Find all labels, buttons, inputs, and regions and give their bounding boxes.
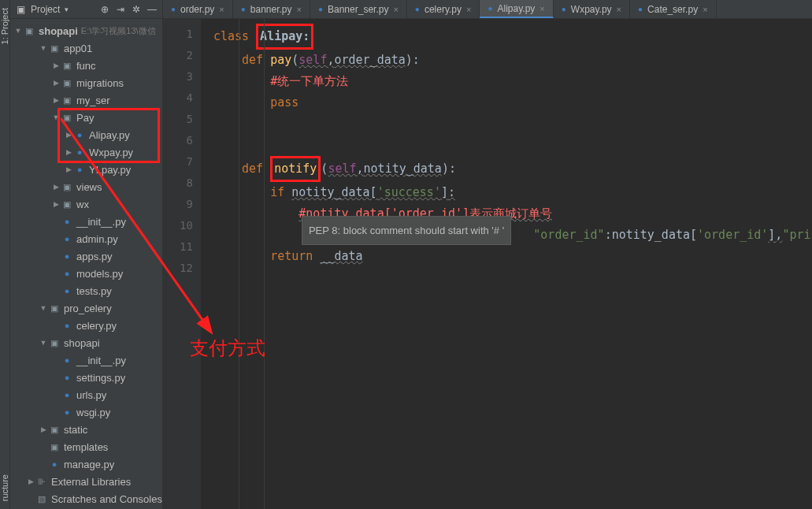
target-icon[interactable]: ⊕ <box>99 4 110 15</box>
python-file-icon: ● <box>48 458 61 470</box>
folder-icon: ▣ <box>48 42 61 54</box>
dropdown-icon[interactable]: ▾ <box>65 6 69 13</box>
python-file-icon: ● <box>61 250 73 262</box>
tree-item[interactable]: ▼▣Pay <box>10 109 162 126</box>
code-content[interactable]: class Alipay: def pay(self,order_data): … <box>201 19 812 509</box>
close-icon[interactable]: × <box>539 4 544 13</box>
close-icon[interactable]: × <box>393 5 398 14</box>
editor-area: ●order.py×●banner.py×●Banner_ser.py×●cel… <box>163 0 812 509</box>
tree-item[interactable]: ●urls.py <box>10 386 162 403</box>
python-file-icon: ● <box>61 406 73 418</box>
tree-item[interactable]: ●wsgi.py <box>10 403 162 421</box>
folder-icon: ▣ <box>61 198 73 210</box>
tree-item[interactable]: ▶▣views <box>10 178 162 195</box>
tree-item[interactable]: ▼▣shopapi <box>10 334 162 351</box>
tree-item[interactable]: ▶▣func <box>10 57 162 74</box>
tree-item[interactable]: ●manage.py <box>10 455 162 473</box>
editor-tab[interactable]: ●Alipay.py× <box>480 0 553 18</box>
sidebar-title: Project <box>31 4 60 15</box>
tree-item[interactable]: ▶▣static <box>10 421 162 438</box>
python-file-icon: ● <box>488 4 492 13</box>
tree-item[interactable]: ●celery.py <box>10 317 162 334</box>
python-file-icon: ● <box>61 215 73 228</box>
project-tool-tab[interactable]: 1: Project <box>0 8 9 44</box>
python-file-icon: ● <box>415 5 420 13</box>
editor-tabs[interactable]: ●order.py×●banner.py×●Banner_ser.py×●cel… <box>163 0 812 19</box>
tree-item[interactable]: ▶▣migrations <box>10 74 162 91</box>
python-file-icon: ● <box>61 388 73 401</box>
python-file-icon: ● <box>61 319 73 332</box>
close-icon[interactable]: × <box>617 5 621 14</box>
structure-tool-tab[interactable]: ructure <box>0 474 9 501</box>
python-file-icon: ● <box>61 354 73 366</box>
settings-icon[interactable]: ✲ <box>131 4 142 15</box>
project-icon: ▣ <box>15 4 26 15</box>
tree-item[interactable]: ▶⊪External Libraries <box>10 473 162 490</box>
editor-tab[interactable]: ●Cate_ser.py× <box>630 0 717 18</box>
close-icon[interactable]: × <box>219 5 224 14</box>
python-file-icon: ● <box>61 284 73 297</box>
editor-tab[interactable]: ●banner.py× <box>233 0 310 18</box>
editor-tab[interactable]: ●celery.py× <box>407 0 480 18</box>
close-icon[interactable]: × <box>703 5 707 14</box>
tree-item[interactable]: ▶●Wxpay.py <box>10 143 162 161</box>
python-file-icon: ● <box>61 267 73 280</box>
tree-item[interactable]: ●apps.py <box>10 247 162 265</box>
close-icon[interactable]: × <box>466 5 471 14</box>
tree-item[interactable]: ▼▣pro_celery <box>10 299 162 317</box>
tree-item[interactable]: ▧Scratches and Consoles <box>10 490 162 507</box>
editor-tab[interactable]: ●Banner_ser.py× <box>310 0 407 18</box>
project-tree[interactable]: ▼ ▣ shopapi E:\学习视频13\微信 ▼▣app01▶▣func▶▣… <box>10 19 162 509</box>
tree-item[interactable]: ▼▣app01 <box>10 39 162 57</box>
folder-icon: ▣ <box>48 423 61 436</box>
folder-icon: ▣ <box>61 180 73 193</box>
tree-item[interactable]: ●__init__.py <box>10 213 162 230</box>
hide-icon[interactable]: — <box>146 4 158 15</box>
annotation-label: 支付方式 <box>190 336 265 361</box>
python-file-icon: ● <box>562 5 566 13</box>
tree-item[interactable]: ▣templates <box>10 438 162 455</box>
python-file-icon: ● <box>61 371 73 384</box>
tree-item[interactable]: ●settings.py <box>10 369 162 386</box>
folder-icon: ▣ <box>61 111 73 124</box>
tree-item[interactable]: ▶●Alipay.py <box>10 126 162 143</box>
tree-item[interactable]: ▶▣wx <box>10 195 162 213</box>
tree-item[interactable]: ●admin.py <box>10 230 162 247</box>
python-file-icon: ● <box>73 146 86 158</box>
python-file-icon: ● <box>73 128 86 141</box>
project-sidebar: ▣ Project ▾ ⊕ ⇥ ✲ — ▼ ▣ shopapi E:\学习视频1… <box>10 0 163 509</box>
tree-item[interactable]: ●tests.py <box>10 282 162 299</box>
folder-icon: ▣ <box>48 302 61 314</box>
tree-item[interactable]: ▶▣my_ser <box>10 91 162 109</box>
close-icon[interactable]: × <box>297 5 302 14</box>
python-file-icon: ● <box>318 5 323 13</box>
tree-root[interactable]: ▼ ▣ shopapi E:\学习视频13\微信 <box>10 22 162 39</box>
sidebar-header: ▣ Project ▾ ⊕ ⇥ ✲ — <box>10 0 162 19</box>
editor-tab[interactable]: ●order.py× <box>163 0 233 18</box>
folder-icon: ▣ <box>48 336 61 349</box>
python-file-icon: ● <box>73 163 86 176</box>
tree-item[interactable]: ●__init__.py <box>10 351 162 369</box>
folder-icon: ▣ <box>61 76 73 89</box>
collapse-icon[interactable]: ⇥ <box>115 4 126 15</box>
folder-icon: ⊪ <box>35 475 48 488</box>
python-file-icon: ● <box>171 5 176 13</box>
folder-icon: ▣ <box>61 59 73 72</box>
python-file-icon: ● <box>638 5 643 13</box>
folder-icon: ▣ <box>48 440 61 453</box>
code-editor[interactable]: 123456789101112 class Alipay: def pay(se… <box>163 19 812 509</box>
tree-item[interactable]: ▶●YLpay.py <box>10 161 162 178</box>
python-file-icon: ● <box>61 232 73 245</box>
left-tool-rail[interactable]: 1: Project ructure <box>0 0 10 509</box>
line-gutter: 123456789101112 <box>163 19 201 509</box>
python-file-icon: ● <box>241 5 246 13</box>
folder-icon: ▣ <box>61 94 73 106</box>
folder-icon: ▣ <box>23 24 35 37</box>
tree-item[interactable]: ●models.py <box>10 265 162 282</box>
folder-icon: ▧ <box>35 492 48 505</box>
editor-tab[interactable]: ●Wxpay.py× <box>554 0 630 18</box>
pep8-tooltip: PEP 8: block comment should start with '… <box>302 216 511 245</box>
